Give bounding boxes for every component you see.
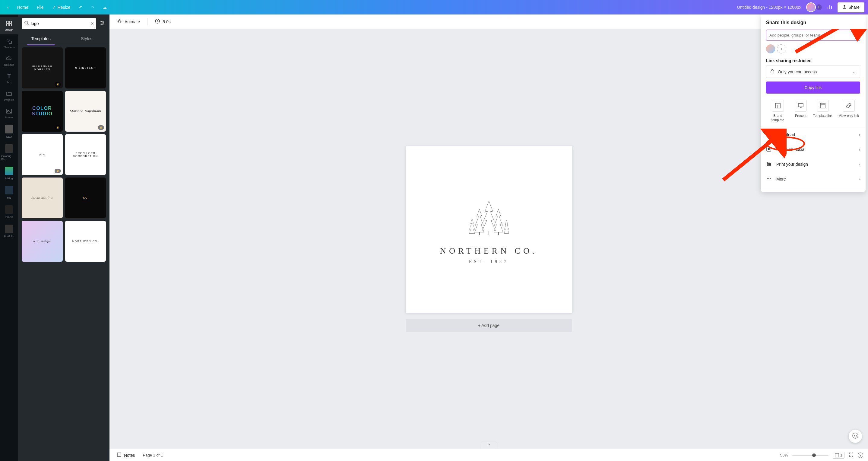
owner-avatar[interactable] — [766, 45, 775, 53]
nav-elements[interactable]: Elements — [0, 34, 18, 52]
assistant-icon — [852, 432, 859, 440]
logo-subtitle[interactable]: EST. 1987 — [469, 259, 508, 264]
template-label: Mariana Napolitani — [67, 109, 103, 114]
insights-button[interactable] — [824, 2, 835, 13]
action-label: Download — [776, 132, 795, 137]
zoom-level[interactable]: 55% — [780, 453, 788, 457]
link-icon — [843, 99, 855, 112]
search-box: × — [22, 18, 96, 29]
add-person-button[interactable]: + — [777, 45, 786, 53]
layout-icon — [772, 99, 784, 112]
share-button[interactable]: Share — [838, 2, 864, 12]
nav-text[interactable]: TText — [0, 69, 18, 87]
nav-me[interactable]: ME — [0, 183, 18, 202]
template-card[interactable]: KC — [65, 177, 106, 219]
shapes-icon — [5, 37, 13, 45]
animate-button[interactable]: Animate — [114, 17, 142, 27]
brand-thumb-icon — [5, 205, 13, 214]
nav-hiking[interactable]: Hiking — [0, 164, 18, 183]
seo-thumb-icon — [5, 125, 13, 134]
fullscreen-button[interactable] — [849, 452, 854, 458]
share-icon — [842, 5, 846, 10]
add-page-button[interactable]: + Add page — [406, 319, 572, 332]
tab-styles[interactable]: Styles — [64, 33, 110, 45]
topbar-left: ‹ Home File ⤢Resize ↶ ↷ ☁ — [4, 2, 110, 13]
chevron-right-icon: › — [859, 147, 860, 152]
nav-projects[interactable]: Projects — [0, 87, 18, 105]
cloud-sync-button[interactable]: ☁ — [99, 2, 110, 13]
undo-icon: ↶ — [79, 5, 82, 10]
share-panel-title: Share this design — [766, 20, 860, 25]
template-card[interactable]: ARON LOEB CORPORATION — [65, 134, 106, 175]
template-card[interactable]: Mariana Napolitani♛ — [65, 91, 106, 132]
action-heart[interactable]: Share on social› — [761, 142, 866, 157]
share-option-layout[interactable]: Brand template — [767, 99, 788, 122]
template-label: NORTHERN CO. — [70, 240, 101, 243]
chevron-left-icon: ‹ — [7, 5, 9, 10]
premium-badge: ♛ — [55, 169, 61, 173]
file-button[interactable]: File — [33, 2, 48, 12]
svg-rect-25 — [768, 162, 770, 163]
logo-title[interactable]: NORTHERN CO. — [440, 246, 538, 256]
assistant-bubble[interactable] — [849, 430, 862, 443]
search-input[interactable] — [29, 21, 91, 26]
notes-button[interactable]: Notes — [114, 451, 137, 460]
action-more[interactable]: More› — [761, 172, 866, 186]
template-label: COLOR STUDIO — [22, 106, 63, 117]
nav-photos[interactable]: Photos — [0, 105, 18, 122]
nav-portfolio[interactable]: Portfolio — [0, 222, 18, 241]
template-card[interactable]: ✕ LINETECH — [65, 48, 106, 88]
zoom-thumb[interactable] — [812, 454, 816, 457]
filter-button[interactable] — [99, 20, 106, 27]
action-print[interactable]: Print your design› — [761, 157, 866, 172]
nav-uploads[interactable]: Uploads — [0, 52, 18, 69]
action-label: More — [776, 177, 786, 181]
access-dropdown[interactable]: Only you can access ⌄ — [766, 65, 860, 78]
undo-button[interactable]: ↶ — [75, 2, 86, 13]
help-button[interactable]: ? — [858, 453, 863, 458]
nav-seo[interactable]: SEO — [0, 122, 18, 141]
nav-coloring[interactable]: Coloring Bo... — [0, 141, 18, 164]
document-title[interactable]: Untitled design - 1200px × 1200px — [737, 5, 801, 10]
page-grid-button[interactable]: 1 — [833, 452, 844, 459]
share-panel: Share this design + Link sharing restric… — [761, 15, 866, 192]
back-button[interactable]: ‹ — [4, 2, 12, 12]
coloring-thumb-icon — [5, 144, 13, 153]
copy-link-button[interactable]: Copy link — [766, 82, 860, 94]
page-indicator[interactable]: Page 1 of 1 — [143, 453, 163, 457]
resize-button[interactable]: ⤢Resize — [49, 2, 74, 12]
template-card[interactable]: HM HANNAH MORALES♛ — [22, 48, 63, 88]
template-card[interactable]: Silvia Mallow — [22, 177, 63, 219]
redo-icon: ↷ — [91, 5, 94, 10]
template-card[interactable]: A|N♛ — [22, 134, 63, 175]
duration-button[interactable]: 5.0s — [152, 17, 173, 27]
share-option-link[interactable]: View-only link — [839, 99, 859, 122]
template-card[interactable]: COLOR STUDIO♛ — [22, 91, 63, 132]
redo-button[interactable]: ↷ — [87, 2, 98, 13]
clear-search-icon[interactable]: × — [91, 21, 94, 27]
share-people-input[interactable] — [766, 30, 860, 41]
resize-icon: ⤢ — [52, 5, 56, 10]
template-card[interactable]: wild indigo — [22, 221, 63, 262]
share-option-present[interactable]: Present — [795, 99, 807, 122]
design-canvas[interactable]: NORTHERN CO. EST. 1987 — [406, 146, 572, 313]
zoom-slider[interactable] — [792, 455, 829, 456]
home-button[interactable]: Home — [13, 2, 32, 12]
action-download[interactable]: Download› — [761, 127, 866, 142]
me-thumb-icon — [5, 186, 13, 195]
nav-brand[interactable]: Brand — [0, 202, 18, 222]
download-icon — [766, 132, 772, 138]
share-option-template[interactable]: Template link — [813, 99, 832, 122]
chevron-right-icon: › — [859, 132, 860, 137]
tab-templates[interactable]: Templates — [18, 33, 64, 45]
portfolio-thumb-icon — [5, 225, 13, 233]
page-expand-handle[interactable]: ⌃ — [481, 442, 497, 449]
chevron-right-icon: › — [859, 162, 860, 167]
chart-icon — [827, 4, 832, 10]
template-card[interactable]: NORTHERN CO. — [65, 221, 106, 262]
add-collaborator-badge[interactable]: + — [816, 4, 822, 10]
user-avatar[interactable] — [806, 2, 816, 12]
canvas-viewport[interactable]: NORTHERN CO. EST. 1987 + Add page ⌃ — [110, 29, 868, 449]
action-label: Print your design — [776, 162, 808, 167]
nav-design[interactable]: Design — [0, 17, 18, 34]
